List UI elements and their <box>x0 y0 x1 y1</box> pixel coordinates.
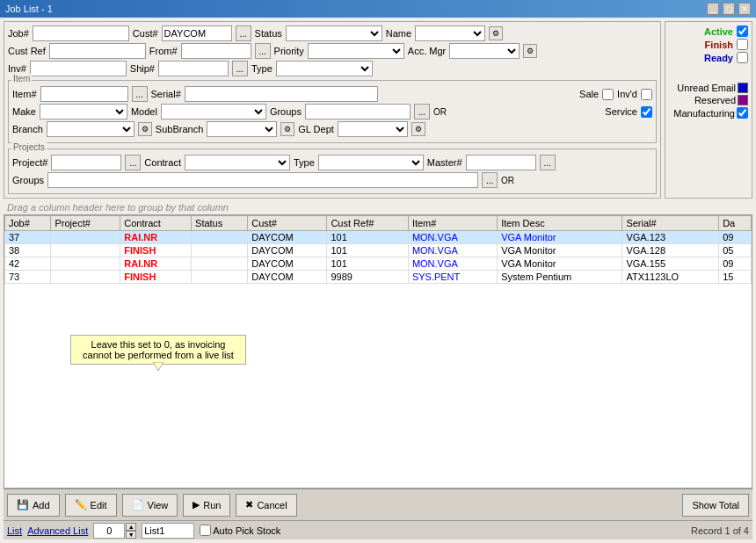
col-project[interactable]: Project# <box>51 216 120 231</box>
table-cell: 09 <box>719 257 752 271</box>
table-cell: FINISH <box>120 244 192 257</box>
table-row[interactable]: 42RAI.NRDAYCOM101MON.VGAVGA MonitorVGA.1… <box>5 257 752 271</box>
add-button[interactable]: 💾 Add <box>7 494 60 517</box>
serial-input[interactable] <box>185 86 378 102</box>
branch-gear-button[interactable]: ⚙ <box>138 122 152 136</box>
col-itemdesc[interactable]: Item Desc <box>498 216 622 231</box>
show-total-button[interactable]: Show Total <box>682 494 749 517</box>
groups-input[interactable] <box>305 104 411 119</box>
col-job[interactable]: Job# <box>5 216 51 231</box>
status-select[interactable] <box>286 25 382 41</box>
priority-select[interactable] <box>308 43 404 59</box>
groups2-input[interactable] <box>47 172 478 188</box>
project-label: Project# <box>12 157 47 168</box>
ship-input[interactable] <box>158 61 229 76</box>
reserved-indicator <box>738 95 748 105</box>
subbranch-gear-button[interactable]: ⚙ <box>280 122 294 136</box>
type-select[interactable] <box>276 61 373 76</box>
col-item[interactable]: Item# <box>408 216 497 231</box>
col-cust[interactable]: Cust# <box>248 216 327 231</box>
serial-label: Serial# <box>151 89 181 99</box>
list-number-input[interactable] <box>93 523 125 539</box>
list-tab[interactable]: List <box>7 525 22 536</box>
cancel-label: Cancel <box>257 500 287 510</box>
table-cell: 15 <box>719 271 752 284</box>
job-input[interactable] <box>33 25 129 41</box>
run-button[interactable]: ▶ Run <box>183 494 230 517</box>
table-cell <box>192 257 248 271</box>
itemnum-dots-button[interactable]: ... <box>132 86 148 102</box>
table-cell <box>192 231 248 244</box>
auto-pick-checkbox[interactable] <box>200 525 211 536</box>
groups-dots-button[interactable]: ... <box>414 104 430 119</box>
master-input[interactable] <box>466 155 536 170</box>
run-icon: ▶ <box>193 499 200 510</box>
view-button[interactable]: 📄 View <box>122 494 178 517</box>
inv-input[interactable] <box>30 61 127 76</box>
branch-select[interactable] <box>47 121 134 137</box>
job-grid[interactable]: Job# Project# Contract Status Cust# Cust… <box>4 214 752 489</box>
col-contract[interactable]: Contract <box>120 216 192 231</box>
job-label: Job# <box>8 28 29 39</box>
ready-checkbox[interactable] <box>737 52 748 63</box>
gldept-select[interactable] <box>338 121 408 137</box>
table-row[interactable]: 73FINISHDAYCOM9989SYS.PENTSystem Pentium… <box>5 271 752 284</box>
bottom-bar: 💾 Add ✏️ Edit 📄 View ▶ Run ✖ Cancel Show… <box>4 489 752 520</box>
sale-checkbox[interactable] <box>602 89 614 100</box>
table-header-row: Job# Project# Contract Status Cust# Cust… <box>5 216 752 231</box>
active-checkbox[interactable] <box>737 25 748 37</box>
or2-label: OR <box>501 176 514 185</box>
name-gear-button[interactable]: ⚙ <box>489 26 503 40</box>
edit-button[interactable]: ✏️ Edit <box>65 494 117 517</box>
table-cell: 101 <box>327 231 408 244</box>
service-checkbox[interactable] <box>641 106 652 118</box>
restore-button[interactable]: ◻ <box>723 3 735 15</box>
table-row[interactable]: 37RAI.NRDAYCOM101MON.VGAVGA MonitorVGA.1… <box>5 231 752 244</box>
advanced-list-tab[interactable]: Advanced List <box>27 525 88 536</box>
col-custref[interactable]: Cust Ref# <box>327 216 408 231</box>
ship-dots-button[interactable]: ... <box>232 61 248 76</box>
model-select[interactable] <box>161 104 266 119</box>
subbranch-select[interactable] <box>207 121 277 137</box>
type2-select[interactable] <box>318 155 424 170</box>
table-row[interactable]: 38FINISHDAYCOM101MON.VGAVGA MonitorVGA.1… <box>5 244 752 257</box>
cust-dots-button[interactable]: ... <box>236 25 251 41</box>
minimize-button[interactable]: _ <box>707 3 719 15</box>
itemnum-input[interactable] <box>40 86 128 102</box>
tooltip-arrow <box>153 362 164 373</box>
form-row-1: Job# Cust# ... Status Name ⚙ <box>8 25 657 41</box>
table-cell: DAYCOM <box>248 257 327 271</box>
spin-down-button[interactable]: ▼ <box>126 531 136 539</box>
make-select[interactable] <box>40 104 127 119</box>
from-dots-button[interactable]: ... <box>255 43 271 59</box>
gldept-gear-button[interactable]: ⚙ <box>411 122 425 136</box>
close-button[interactable]: ✕ <box>738 3 751 15</box>
project-dots-button[interactable]: ... <box>125 155 141 170</box>
from-input[interactable] <box>181 43 251 59</box>
master-dots-button[interactable]: ... <box>540 155 556 170</box>
spin-up-button[interactable]: ▲ <box>126 523 136 531</box>
finish-checkbox[interactable] <box>737 39 748 50</box>
contract-select[interactable] <box>185 155 290 170</box>
main-content: Job# Cust# ... Status Name ⚙ Cust Ref Fr… <box>0 18 756 543</box>
custref-input[interactable] <box>49 43 146 59</box>
project-input[interactable] <box>51 155 121 170</box>
name-select[interactable] <box>415 25 485 41</box>
cancel-button[interactable]: ✖ Cancel <box>236 494 296 517</box>
accmgr-gear-button[interactable]: ⚙ <box>523 44 537 58</box>
manufacturing-checkbox[interactable] <box>737 107 748 119</box>
col-status[interactable]: Status <box>192 216 248 231</box>
accmgr-select[interactable] <box>449 43 520 59</box>
table-cell: VGA.123 <box>622 231 719 244</box>
record-info: Record 1 of 4 <box>691 525 749 536</box>
cust-input[interactable] <box>162 25 232 41</box>
col-da[interactable]: Da <box>719 216 752 231</box>
list-name-input[interactable] <box>142 523 194 539</box>
add-label: Add <box>33 500 50 510</box>
contract-label: Contract <box>144 157 181 168</box>
table-cell <box>192 244 248 257</box>
groups2-dots-button[interactable]: ... <box>482 172 498 188</box>
col-serial[interactable]: Serial# <box>622 216 719 231</box>
table-cell: 42 <box>5 257 51 271</box>
invd-checkbox[interactable] <box>641 89 652 100</box>
